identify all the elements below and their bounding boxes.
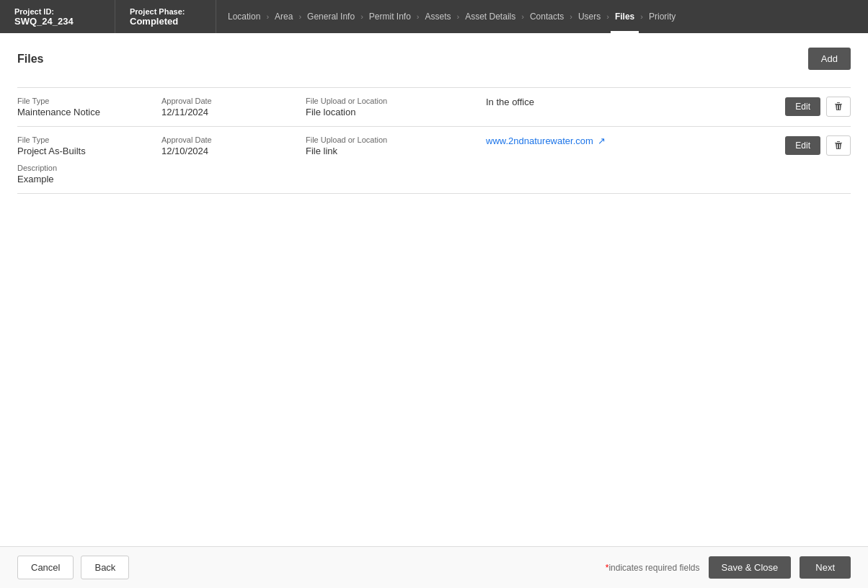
approval-date-value-1: 12/11/2024 — [161, 107, 306, 117]
nav-chevron-2: › — [298, 12, 301, 21]
project-id-value: SWQ_24_234 — [14, 16, 100, 27]
next-button[interactable]: Next — [800, 556, 851, 579]
nav-item-assets[interactable]: Assets — [421, 0, 456, 33]
add-button[interactable]: Add — [808, 48, 851, 70]
required-note-text: indicates required fields — [608, 563, 699, 573]
nav-item-priority[interactable]: Priority — [645, 0, 680, 33]
nav-chevron-9: › — [640, 12, 643, 21]
project-phase-section: Project Phase: Completed — [115, 0, 216, 33]
section-title: Files — [17, 53, 43, 66]
upload-location-label-2: File Upload or Location — [306, 135, 486, 144]
file-type-label-1: File Type — [17, 97, 161, 105]
trash-icon-1 — [833, 101, 844, 112]
upload-location-col-1: File Upload or Location File location — [306, 97, 486, 117]
back-button[interactable]: Back — [81, 556, 129, 579]
nav-chevron-5: › — [457, 12, 460, 21]
approval-date-col-1: Approval Date 12/11/2024 — [161, 97, 306, 117]
nav-chevron-4: › — [417, 12, 420, 21]
file-type-label-2: File Type — [17, 135, 161, 144]
nav-item-area[interactable]: Area — [270, 0, 297, 33]
file-row-2: File Type Project As-Builts Approval Dat… — [17, 126, 851, 193]
upload-location-value-2: File link — [306, 146, 486, 156]
file-type-col-2: File Type Project As-Builts — [17, 135, 161, 156]
approval-date-value-2: 12/10/2024 — [161, 146, 306, 156]
location-col-2: www.2ndnaturewater.com ↗ — [486, 135, 774, 146]
upload-location-col-2: File Upload or Location File link — [306, 135, 486, 156]
nav-item-contacts[interactable]: Contacts — [526, 0, 568, 33]
phase-value: Completed — [130, 16, 201, 27]
file-row-1-meta: File Type Maintenance Notice Approval Da… — [17, 97, 851, 117]
delete-button-2[interactable] — [826, 135, 851, 156]
nav-item-general-info[interactable]: General Info — [303, 0, 359, 33]
nav-item-location[interactable]: Location — [223, 0, 265, 33]
nav-chevron-8: › — [606, 12, 609, 21]
footer: Cancel Back *indicates required fields S… — [0, 546, 868, 588]
nav-item-asset-details[interactable]: Asset Details — [461, 0, 520, 33]
upload-location-label-1: File Upload or Location — [306, 97, 486, 105]
cancel-button[interactable]: Cancel — [17, 556, 74, 579]
description-row-2: Description Example — [17, 164, 851, 184]
save-close-button[interactable]: Save & Close — [709, 556, 792, 579]
description-label-2: Description — [17, 164, 851, 172]
location-link-2[interactable]: www.2ndnaturewater.com — [486, 135, 593, 146]
file-type-col-1: File Type Maintenance Notice — [17, 97, 161, 117]
project-id-section: Project ID: SWQ_24_234 — [0, 0, 115, 33]
upload-location-value-1: File location — [306, 107, 486, 117]
external-link-icon-2[interactable]: ↗ — [598, 135, 606, 146]
actions-col-2: Edit — [785, 135, 851, 156]
project-id-label: Project ID: — [14, 7, 100, 16]
file-row-1: File Type Maintenance Notice Approval Da… — [17, 87, 851, 126]
nav-chevron-7: › — [570, 12, 572, 21]
nav-item-permit-info[interactable]: Permit Info — [365, 0, 415, 33]
approval-date-label-2: Approval Date — [161, 135, 306, 144]
file-type-value-2: Project As-Builts — [17, 146, 161, 156]
nav-chevron-6: › — [521, 12, 524, 21]
file-type-value-1: Maintenance Notice — [17, 107, 161, 117]
footer-right: *indicates required fields Save & Close … — [606, 556, 851, 579]
nav-bar: Location›Area›General Info›Permit Info›A… — [216, 0, 868, 33]
nav-chevron-3: › — [360, 12, 363, 21]
description-value-2: Example — [17, 174, 851, 184]
location-link-row-2: www.2ndnaturewater.com ↗ — [486, 135, 774, 146]
actions-col-1: Edit — [785, 97, 851, 117]
location-col-1: In the office — [486, 97, 774, 107]
phase-label: Project Phase: — [130, 7, 201, 16]
header: Project ID: SWQ_24_234 Project Phase: Co… — [0, 0, 868, 33]
trash-icon-2 — [833, 140, 844, 151]
nav-item-users[interactable]: Users — [574, 0, 605, 33]
section-header: Files Add — [17, 48, 851, 76]
main-content: Files Add File Type Maintenance Notice A… — [0, 33, 868, 546]
bottom-divider — [17, 193, 851, 194]
nav-item-files[interactable]: Files — [611, 0, 639, 33]
location-value-1: In the office — [486, 97, 774, 107]
edit-button-1[interactable]: Edit — [785, 97, 820, 116]
approval-date-col-2: Approval Date 12/10/2024 — [161, 135, 306, 156]
file-row-2-meta: File Type Project As-Builts Approval Dat… — [17, 135, 851, 156]
footer-left: Cancel Back — [17, 556, 129, 579]
delete-button-1[interactable] — [826, 97, 851, 117]
approval-date-label-1: Approval Date — [161, 97, 306, 105]
edit-button-2[interactable]: Edit — [785, 136, 820, 155]
nav-chevron-1: › — [266, 12, 269, 21]
required-note: *indicates required fields — [606, 563, 700, 573]
